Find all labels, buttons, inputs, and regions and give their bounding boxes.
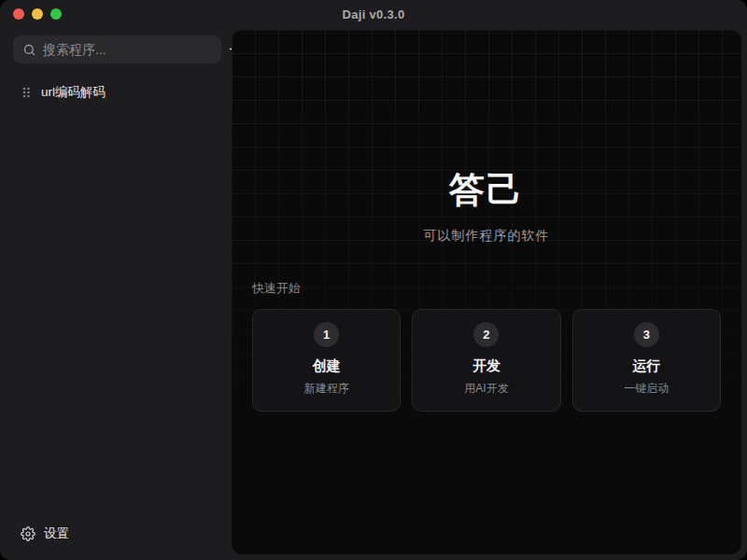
- settings-label: 设置: [44, 525, 69, 542]
- card-subtitle: 一键启动: [583, 381, 711, 397]
- quick-start-cards: 1 创建 新建程序 2 开发 用AI开发 3 运行 一键启动: [252, 309, 721, 412]
- program-item-label: url编码解码: [41, 84, 106, 101]
- search-row: +: [13, 35, 218, 63]
- card-subtitle: 新建程序: [262, 381, 390, 397]
- titlebar: Daji v0.3.0: [0, 0, 747, 28]
- step-badge: 2: [473, 322, 499, 347]
- main-content: 答己 可以制作程序的软件 快速开始 1 创建 新建程序 2 开发 用AI开发: [232, 166, 741, 554]
- search-box[interactable]: [13, 35, 221, 63]
- minimize-window-button[interactable]: [32, 8, 43, 20]
- close-window-button[interactable]: [13, 8, 24, 20]
- drag-handle-icon[interactable]: [21, 86, 32, 99]
- app-window: Daji v0.3.0 +: [0, 0, 747, 560]
- app-title: 答己: [252, 166, 721, 214]
- sidebar-spacer: [13, 106, 218, 519]
- card-develop[interactable]: 2 开发 用AI开发: [412, 309, 560, 412]
- app-subtitle: 可以制作程序的软件: [252, 228, 721, 245]
- search-icon: [22, 43, 36, 57]
- card-title: 运行: [583, 357, 711, 375]
- program-item-url-codec[interactable]: url编码解码: [13, 78, 218, 106]
- search-input[interactable]: [43, 42, 212, 57]
- hero: 答己 可以制作程序的软件: [252, 166, 721, 245]
- card-title: 创建: [262, 357, 390, 375]
- card-subtitle: 用AI开发: [422, 381, 550, 397]
- gear-icon: [21, 526, 35, 541]
- window-title: Daji v0.3.0: [343, 7, 405, 21]
- step-badge: 3: [634, 322, 659, 347]
- step-badge: 1: [314, 322, 339, 347]
- quick-start-label: 快速开始: [252, 280, 721, 297]
- sidebar: + url编码解码 设置: [0, 28, 232, 560]
- card-title: 开发: [422, 357, 550, 375]
- card-create[interactable]: 1 创建 新建程序: [252, 309, 401, 412]
- settings-button[interactable]: 设置: [13, 519, 218, 549]
- main-panel: 答己 可以制作程序的软件 快速开始 1 创建 新建程序 2 开发 用AI开发: [232, 30, 741, 554]
- quick-start-section: 快速开始 1 创建 新建程序 2 开发 用AI开发 3 运行: [252, 280, 721, 412]
- program-list: url编码解码: [13, 78, 218, 106]
- card-run[interactable]: 3 运行 一键启动: [572, 309, 721, 412]
- traffic-lights: [13, 8, 62, 20]
- zoom-window-button[interactable]: [50, 8, 62, 20]
